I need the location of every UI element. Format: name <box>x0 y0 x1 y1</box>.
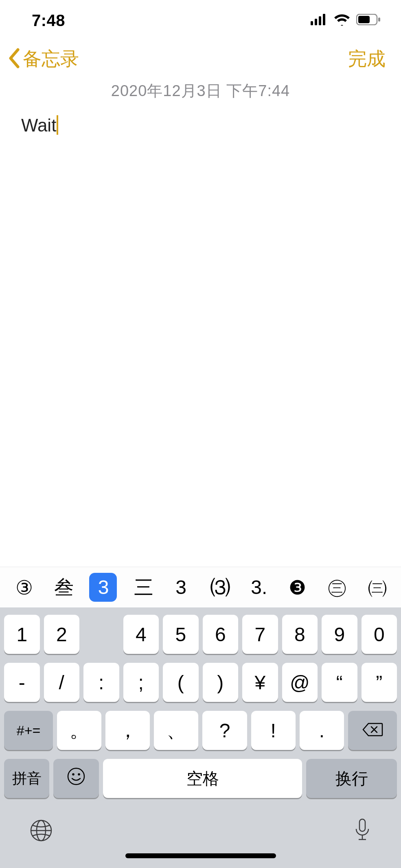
key-lquote[interactable]: “ <box>322 663 357 702</box>
keyboard: 1 2 4 5 6 7 8 9 0 - / : ; ( ) ¥ @ “ ” #+… <box>0 607 401 807</box>
candidate-4[interactable]: 3 <box>169 573 193 602</box>
back-button[interactable]: 备忘录 <box>7 46 79 72</box>
svg-rect-6 <box>378 18 380 22</box>
key-exclaim[interactable]: ! <box>251 711 296 750</box>
key-9[interactable]: 9 <box>322 615 357 654</box>
svg-rect-15 <box>359 819 365 831</box>
svg-rect-3 <box>323 14 325 25</box>
battery-icon <box>356 14 381 27</box>
key-slash[interactable]: / <box>44 663 80 702</box>
key-lparen[interactable]: ( <box>163 663 199 702</box>
svg-rect-5 <box>358 16 370 23</box>
svg-rect-2 <box>319 16 321 25</box>
key-emoji[interactable] <box>53 759 99 798</box>
key-1[interactable]: 1 <box>4 615 40 654</box>
candidate-5[interactable]: ⑶ <box>205 571 234 604</box>
key-5[interactable]: 5 <box>163 615 199 654</box>
key-comma-cn[interactable]: ， <box>105 711 150 750</box>
key-2[interactable]: 2 <box>44 615 80 654</box>
keyboard-row-1: 1 2 4 5 6 7 8 9 0 <box>4 615 397 654</box>
note-text: Wait <box>21 115 56 135</box>
dictation-icon[interactable] <box>353 818 372 845</box>
svg-point-10 <box>72 773 75 776</box>
key-symbol-shift[interactable]: #+= <box>4 711 53 750</box>
svg-rect-1 <box>315 19 317 25</box>
key-enum-comma[interactable]: 、 <box>154 711 198 750</box>
candidate-9[interactable]: ㈢ <box>362 571 391 604</box>
cellular-icon <box>311 14 328 27</box>
key-rquote[interactable]: ” <box>362 663 397 702</box>
svg-rect-0 <box>311 21 313 25</box>
keyboard-row-4: 拼音 空格 换行 <box>4 759 397 798</box>
key-delete[interactable] <box>348 711 397 750</box>
keyboard-row-3: #+= 。 ， 、 ? ! . <box>4 711 397 750</box>
key-space[interactable]: 空格 <box>103 759 302 798</box>
note-timestamp: 2020年12月3日 下午7:44 <box>0 77 401 108</box>
candidate-7[interactable]: ❸ <box>283 573 310 602</box>
nav-bar: 备忘录 完成 <box>0 41 401 77</box>
text-cursor <box>57 115 58 135</box>
status-bar: 7:48 <box>0 0 401 41</box>
key-dash[interactable]: - <box>4 663 40 702</box>
status-time: 7:48 <box>32 11 65 30</box>
key-rparen[interactable]: ) <box>203 663 239 702</box>
key-yen[interactable]: ¥ <box>242 663 278 702</box>
chevron-left-icon <box>7 48 21 70</box>
svg-point-11 <box>78 773 80 776</box>
key-period-cn[interactable]: 。 <box>57 711 101 750</box>
svg-point-9 <box>68 768 84 785</box>
back-label: 备忘录 <box>23 46 79 72</box>
wifi-icon <box>333 13 351 27</box>
candidate-2[interactable]: 3 <box>89 573 117 602</box>
key-6[interactable]: 6 <box>203 615 239 654</box>
candidate-8[interactable]: ㊂ <box>322 571 351 604</box>
key-4[interactable]: 4 <box>123 615 159 654</box>
candidate-3[interactable]: 三 <box>128 571 158 604</box>
key-8[interactable]: 8 <box>282 615 318 654</box>
key-0[interactable]: 0 <box>362 615 397 654</box>
keyboard-row-2: - / : ; ( ) ¥ @ “ ” <box>4 663 397 702</box>
keyboard-bottom-bar <box>0 807 401 868</box>
status-icons <box>311 13 381 27</box>
key-7[interactable]: 7 <box>242 615 278 654</box>
note-body[interactable]: Wait <box>0 108 401 567</box>
delete-icon <box>362 719 383 742</box>
candidate-0[interactable]: ③ <box>10 573 37 602</box>
key-at[interactable]: @ <box>282 663 318 702</box>
key-blank <box>83 615 119 654</box>
done-button[interactable]: 完成 <box>348 46 386 72</box>
globe-icon[interactable] <box>29 819 53 844</box>
key-question[interactable]: ? <box>202 711 247 750</box>
candidate-6[interactable]: 3. <box>245 573 271 602</box>
emoji-icon <box>67 767 85 790</box>
candidate-1[interactable]: 叁 <box>48 571 78 604</box>
key-dot[interactable]: . <box>300 711 344 750</box>
key-semicolon[interactable]: ; <box>123 663 159 702</box>
candidate-bar: ③ 叁 3 三 3 ⑶ 3. ❸ ㊂ ㈢ <box>0 567 401 607</box>
home-indicator[interactable] <box>125 853 276 858</box>
key-return[interactable]: 换行 <box>306 759 397 798</box>
key-colon[interactable]: : <box>83 663 119 702</box>
key-pinyin[interactable]: 拼音 <box>4 759 49 798</box>
